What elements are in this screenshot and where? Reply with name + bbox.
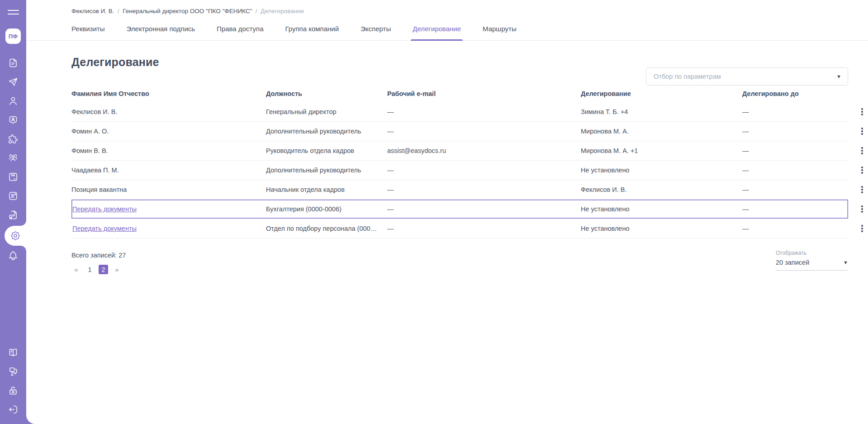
position-cell: Отдел по подбору персонала (000… (266, 225, 387, 232)
tab-4[interactable]: Эксперты (360, 25, 391, 40)
tab-5[interactable]: Делегирование (413, 25, 461, 40)
tab-bar: РеквизитыЭлектронная подписьПрава доступ… (26, 25, 868, 41)
logout-icon[interactable] (0, 404, 26, 415)
add-employee-icon[interactable] (0, 191, 26, 201)
row-actions-kebab-icon[interactable] (856, 125, 868, 137)
tab-2[interactable]: Права доступа (217, 25, 263, 40)
email-cell: — (387, 205, 581, 213)
pagination-page-1[interactable]: 1 (85, 265, 95, 274)
table-row: Позиция вакантнаНачальник отдела кадров—… (71, 180, 848, 200)
pagination: «12» (71, 265, 848, 274)
row-actions-kebab-icon[interactable] (856, 164, 868, 176)
employee-name: Чаадаева П. М. (71, 167, 266, 174)
pagination-page-2[interactable]: 2 (99, 265, 108, 274)
position-cell: Руководитель отдела кадров (266, 147, 387, 154)
table-row: Чаадаева П. М.Дополнительный руководител… (71, 161, 848, 180)
team-icon[interactable] (0, 152, 26, 163)
delegation-cell: Не установлено (581, 205, 742, 213)
menu-icon[interactable] (0, 7, 26, 18)
transfer-documents-link[interactable]: Передать документы (71, 225, 266, 232)
user-initials-badge[interactable]: ПФ (5, 29, 21, 44)
tab-3[interactable]: Группа компаний (285, 25, 339, 40)
column-header: Делегировано до (742, 90, 856, 97)
column-header: Фамилия Имя Отчество (71, 90, 266, 97)
tab-6[interactable]: Маршруты (483, 25, 517, 40)
row-actions-kebab-icon[interactable] (856, 203, 868, 215)
sidebar: ПФ (0, 0, 26, 424)
transfer-documents-link[interactable]: Передать документы (71, 205, 266, 213)
delegation-cell: Феклисов И. В. (581, 186, 742, 193)
archive-icon[interactable] (0, 172, 26, 182)
security-icon[interactable] (0, 385, 26, 396)
breadcrumb-separator: / (252, 8, 261, 14)
knowledge-base-icon[interactable] (0, 347, 26, 358)
tab-1[interactable]: Электронная подпись (127, 25, 195, 40)
send-icon[interactable] (0, 76, 26, 87)
column-header: Делегирование (581, 90, 742, 97)
email-cell: — (387, 108, 581, 115)
column-header: Рабочий e-mail (387, 90, 581, 97)
pagination-next[interactable]: » (112, 265, 122, 274)
pagination-prev[interactable]: « (71, 265, 81, 274)
row-actions-kebab-icon[interactable] (856, 145, 868, 157)
delegated-until-cell: — (742, 147, 856, 154)
breadcrumb-item[interactable]: Феклисов И. В. (71, 8, 114, 14)
employee-name: Фомин В. В. (71, 147, 266, 154)
row-actions-kebab-icon[interactable] (856, 223, 868, 234)
employee-name: Феклисов И. В. (71, 108, 266, 115)
column-header: Должность (266, 90, 387, 97)
main-panel: Феклисов И. В. / Генеральный директор ОО… (26, 0, 868, 424)
page-title: Делегирование (71, 56, 848, 69)
documents-icon[interactable] (0, 57, 26, 68)
email-cell: — (387, 225, 581, 232)
profile-icon[interactable] (0, 95, 26, 106)
support-icon[interactable] (0, 366, 26, 377)
chevron-down-icon: ▼ (843, 260, 848, 265)
table-row: Фомин В. В.Руководитель отдела кадровass… (71, 141, 848, 161)
delegation-cell: Зимина Т. Б. +4 (581, 108, 742, 115)
delegated-until-cell: — (742, 167, 856, 174)
breadcrumb-item[interactable]: Генеральный директор ООО "ПКО "ФЕНИКС" (123, 8, 252, 14)
table-row: Фомин А. О.Дополнительный руководитель—М… (71, 122, 848, 141)
total-records: Всего записей: 27 (71, 252, 848, 259)
delegated-until-cell: — (742, 108, 856, 115)
table-row: Феклисов И. В.Генеральный директор—Зимин… (71, 102, 848, 122)
email-cell: — (387, 186, 581, 193)
employee-name: Позиция вакантна (71, 186, 266, 193)
certificates-icon[interactable] (0, 210, 26, 220)
breadcrumb-separator: / (114, 8, 123, 14)
filter-input[interactable] (653, 72, 836, 81)
delegation-cell: Не установлено (581, 167, 742, 174)
tab-0[interactable]: Реквизиты (71, 25, 105, 40)
breadcrumb: Феклисов И. В. / Генеральный директор ОО… (26, 0, 868, 14)
page-size-value: 20 записей (776, 259, 809, 266)
email-cell: — (387, 128, 581, 135)
position-cell: Начальник отдела кадров (266, 186, 387, 193)
integrations-icon[interactable] (0, 133, 26, 144)
chevron-down-icon: ▼ (836, 74, 841, 79)
delegated-until-cell: — (742, 128, 856, 135)
page-size-label: Отображать (776, 250, 848, 256)
row-actions-kebab-icon[interactable] (856, 184, 868, 195)
delegated-until-cell: — (742, 186, 856, 193)
breadcrumb-item: Делегирование (261, 8, 304, 14)
settings-icon[interactable] (5, 226, 26, 246)
employee-icon[interactable] (0, 114, 26, 125)
position-cell: Дополнительный руководитель (266, 128, 387, 135)
delegation-cell: Не установлено (581, 225, 742, 232)
delegation-cell: Миронова М. А. (581, 128, 742, 135)
email-cell: — (387, 167, 581, 174)
notifications-icon[interactable] (0, 250, 26, 261)
table-header-row: Фамилия Имя ОтчествоДолжностьРабочий e-m… (71, 85, 848, 102)
employee-name: Фомин А. О. (71, 128, 266, 135)
delegation-cell: Миронова М. А. +1 (581, 147, 742, 154)
delegation-table: Фамилия Имя ОтчествоДолжностьРабочий e-m… (71, 85, 848, 238)
table-row: Передать документыБухгалтерия (0000-0006… (71, 200, 848, 219)
delegated-until-cell: — (742, 205, 856, 213)
filter-dropdown[interactable]: ▼ (646, 67, 848, 86)
delegated-until-cell: — (742, 225, 856, 232)
position-cell: Дополнительный руководитель (266, 167, 387, 174)
position-cell: Бухгалтерия (0000-0006) (266, 205, 387, 213)
row-actions-kebab-icon[interactable] (856, 106, 868, 118)
page-size-select[interactable]: Отображать 20 записей ▼ (776, 250, 848, 271)
